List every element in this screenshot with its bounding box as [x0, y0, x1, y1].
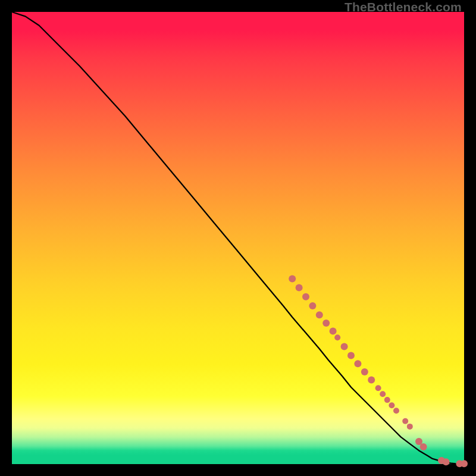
data-marker	[389, 402, 394, 408]
data-curve	[12, 12, 464, 464]
data-marker	[289, 275, 296, 282]
data-marker	[361, 368, 368, 375]
data-marker	[384, 397, 390, 403]
data-marker	[402, 418, 408, 424]
data-marker	[393, 408, 399, 414]
data-marker	[368, 377, 375, 384]
data-marker	[375, 385, 381, 391]
data-marker	[354, 360, 361, 367]
data-marker	[461, 460, 468, 467]
data-marker	[347, 352, 355, 359]
data-marker	[302, 293, 309, 300]
watermark-label: TheBottleneck.com	[345, 0, 462, 14]
data-marker	[407, 424, 413, 430]
data-marker	[296, 284, 303, 292]
chart-overlay	[12, 12, 464, 464]
data-marker	[380, 391, 386, 397]
data-marker	[420, 443, 427, 450]
data-marker	[341, 343, 348, 350]
data-marker	[316, 311, 323, 318]
data-marker	[309, 302, 316, 309]
chart-stage: TheBottleneck.com	[0, 0, 476, 476]
data-marker	[443, 458, 450, 465]
data-marker	[334, 334, 340, 340]
marker-group	[289, 275, 468, 467]
data-marker	[330, 328, 337, 335]
data-marker	[322, 320, 330, 327]
